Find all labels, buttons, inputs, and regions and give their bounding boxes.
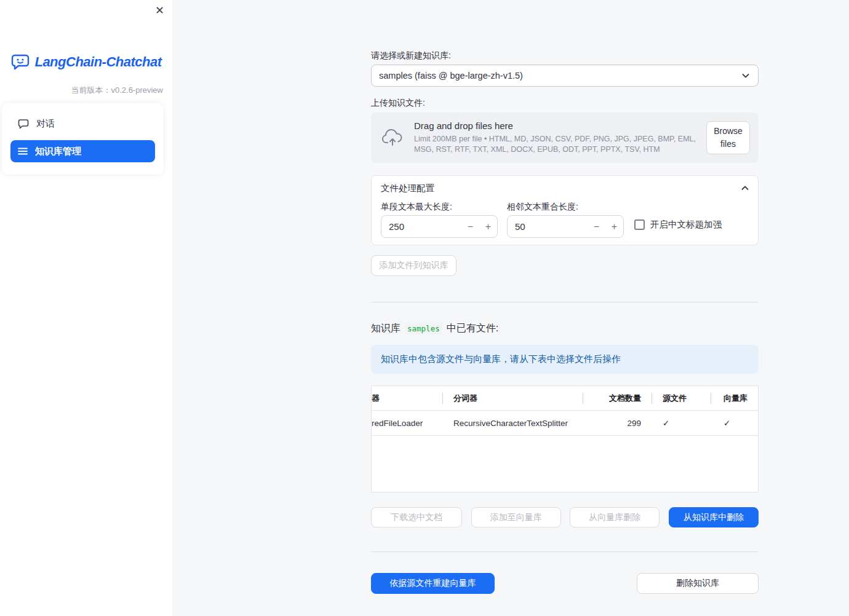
file-actions-row: 下载选中文档 添加至向量库 从向量库删除 从知识库中删除	[371, 507, 759, 527]
chinese-title-checkbox-row: 开启中文标题加强	[634, 219, 722, 231]
sidebar: ✕ LangChain-Chatchat 当前版本：v0.2.6-preview…	[0, 0, 172, 616]
cell-source-check: ✓	[652, 411, 711, 435]
main-content: 请选择或新建知识库: samples (faiss @ bge-large-zh…	[371, 0, 759, 616]
overlap-input[interactable]	[508, 221, 588, 232]
cell-splitter: RecursiveCharacterTextSplitter	[442, 411, 583, 435]
cell-loader: redFileLoader	[372, 411, 442, 435]
existing-prefix: 知识库	[371, 322, 401, 335]
divider	[371, 551, 759, 552]
file-config-expander: 文件处理配置 单段文本最大长度: − + 相邻文本重合长度: − + 开启中文标…	[371, 175, 759, 245]
sidebar-item-chat[interactable]: 对话	[10, 113, 155, 134]
divider	[371, 302, 759, 302]
add-to-vector-button[interactable]: 添加至向量库	[471, 507, 561, 527]
upload-label: 上传知识文件:	[371, 98, 425, 109]
delete-kb-button[interactable]: 删除知识库	[637, 573, 759, 594]
upload-dropzone[interactable]: Drag and drop files here Limit 200MB per…	[371, 113, 759, 163]
overlap-plus-button[interactable]: +	[605, 216, 623, 237]
add-files-to-kb-button[interactable]: 添加文件到知识库	[371, 255, 456, 276]
existing-files-heading: 知识库 samples 中已有文件:	[371, 322, 498, 335]
rebuild-vector-button[interactable]: 依据源文件重建向量库	[371, 573, 495, 594]
cell-doc-count: 299	[583, 411, 652, 435]
chat-bubble-icon	[18, 119, 29, 129]
delete-from-kb-button[interactable]: 从知识库中删除	[669, 507, 759, 527]
expander-header[interactable]: 文件处理配置	[381, 183, 434, 194]
max-length-stepper: − +	[381, 215, 498, 238]
close-icon[interactable]: ✕	[155, 4, 164, 17]
overlap-minus-button[interactable]: −	[588, 216, 605, 237]
browse-files-button[interactable]: Browse files	[706, 121, 750, 154]
max-length-input[interactable]	[381, 221, 461, 232]
sidebar-item-label: 对话	[36, 118, 55, 130]
table-header-loader[interactable]: 器	[372, 386, 442, 410]
max-length-minus-button[interactable]: −	[461, 216, 479, 237]
sidebar-nav: 对话 知识库管理	[2, 103, 164, 175]
kb-name-code: samples	[405, 323, 442, 334]
upload-cloud-icon	[381, 128, 404, 147]
existing-suffix: 中已有文件:	[447, 322, 498, 335]
download-selected-button[interactable]: 下载选中文档	[371, 507, 462, 527]
max-length-label: 单段文本最大长度:	[381, 202, 452, 213]
kb-footer-actions: 依据源文件重建向量库 删除知识库	[371, 573, 759, 594]
table-header-source-file[interactable]: 源文件	[652, 386, 711, 410]
kb-select-label: 请选择或新建知识库:	[371, 50, 451, 61]
info-banner: 知识库中包含源文件与向量库，请从下表中选择文件后操作	[371, 345, 759, 374]
table-header-vector-store[interactable]: 向量库	[711, 386, 758, 410]
overlap-label: 相邻文本重合长度:	[507, 202, 578, 213]
chevron-up-icon[interactable]	[740, 183, 750, 193]
overlap-stepper: − +	[507, 215, 624, 238]
table-header-splitter[interactable]: 分词器	[442, 386, 583, 410]
uploader-title: Drag and drop files here	[414, 120, 696, 131]
list-icon	[18, 147, 28, 156]
logo-text: LangChain-Chatchat	[34, 54, 161, 70]
delete-from-vector-button[interactable]: 从向量库删除	[570, 507, 660, 527]
logo-chat-icon	[10, 53, 30, 71]
version-label: 当前版本：v0.2.6-preview	[71, 85, 163, 96]
kb-select[interactable]: samples (faiss @ bge-large-zh-v1.5)	[371, 65, 759, 87]
cell-vector-check: ✓	[711, 411, 758, 435]
uploader-limit-text: Limit 200MB per file • HTML, MD, JSON, C…	[414, 134, 696, 156]
info-banner-text: 知识库中包含源文件与向量库，请从下表中选择文件后操作	[381, 353, 621, 365]
uploader-text-block: Drag and drop files here Limit 200MB per…	[414, 120, 696, 156]
sidebar-item-label: 知识库管理	[35, 146, 81, 157]
kb-select-value: samples (faiss @ bge-large-zh-v1.5)	[379, 71, 741, 81]
table-row[interactable]: redFileLoader RecursiveCharacterTextSpli…	[372, 411, 758, 436]
chevron-down-icon	[741, 71, 751, 81]
files-table: 器 分词器 文档数量 源文件 向量库 redFileLoader Recursi…	[371, 385, 759, 492]
table-header-doc-count[interactable]: 文档数量	[583, 386, 652, 410]
chinese-title-checkbox-label: 开启中文标题加强	[650, 219, 722, 231]
app-logo: LangChain-Chatchat	[0, 53, 172, 71]
table-header-row: 器 分词器 文档数量 源文件 向量库	[372, 386, 758, 411]
sidebar-item-knowledge-base[interactable]: 知识库管理	[10, 140, 155, 162]
max-length-plus-button[interactable]: +	[479, 216, 497, 237]
chinese-title-checkbox[interactable]	[634, 219, 645, 230]
